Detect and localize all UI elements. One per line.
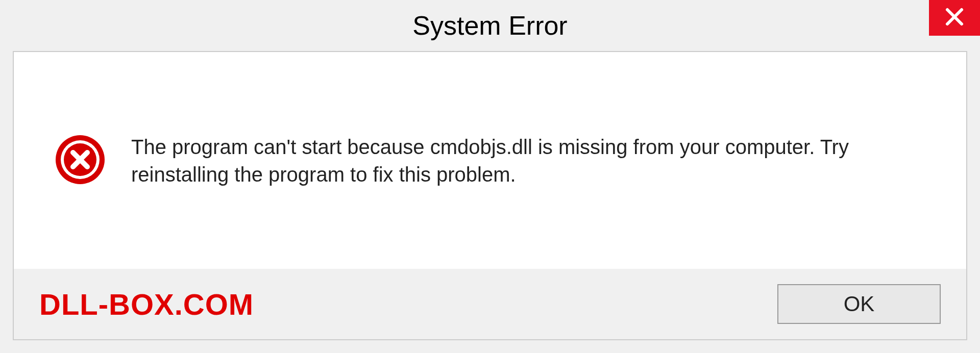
dialog-title: System Error — [412, 10, 567, 41]
content-panel: The program can't start because cmdobjs.… — [13, 51, 967, 340]
close-button[interactable] — [929, 0, 980, 36]
error-dialog: System Error The program can't — [0, 0, 980, 353]
bottom-bar: DLL-BOX.COM OK — [14, 269, 966, 339]
title-bar: System Error — [0, 0, 980, 51]
message-area: The program can't start because cmdobjs.… — [14, 52, 966, 269]
close-icon — [944, 7, 965, 29]
error-message: The program can't start because cmdobjs.… — [131, 133, 936, 188]
error-icon — [55, 134, 106, 187]
watermark-text: DLL-BOX.COM — [39, 287, 254, 321]
ok-button[interactable]: OK — [777, 284, 941, 324]
